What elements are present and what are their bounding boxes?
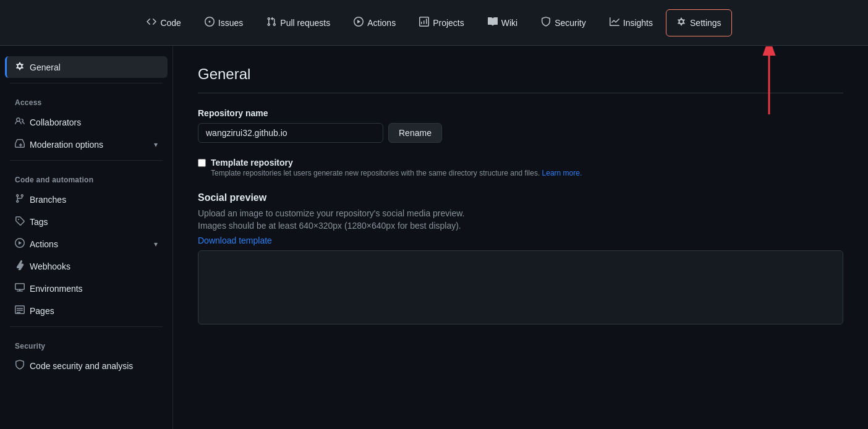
sidebar-item-actions[interactable]: Actions ▾	[5, 233, 168, 255]
sidebar-webhooks-label: Webhooks	[30, 261, 70, 271]
pages-icon	[15, 305, 25, 316]
sidebar-divider-2	[10, 160, 163, 161]
nav-settings-label: Settings	[690, 18, 721, 28]
page-title: General	[198, 66, 843, 93]
actions-sidebar-icon	[15, 238, 25, 250]
pull-requests-icon	[266, 17, 276, 28]
nav-projects[interactable]: Projects	[409, 9, 475, 36]
nav-settings[interactable]: Settings	[666, 9, 732, 36]
download-template-link[interactable]: Download template	[198, 236, 272, 245]
actions-chevron: ▾	[154, 240, 158, 248]
rename-button[interactable]: Rename	[388, 123, 442, 143]
nav-code-label: Code	[160, 18, 181, 28]
template-repo-text: Template repository Template repositorie…	[211, 158, 582, 177]
top-nav: Code Issues Pull requests Actions Projec…	[0, 0, 868, 46]
sidebar-divider-1	[10, 83, 163, 83]
wiki-icon	[488, 17, 498, 28]
moderation-chevron: ▾	[154, 140, 158, 149]
sidebar-actions-label: Actions	[30, 239, 58, 249]
sidebar-item-branches[interactable]: Branches	[5, 189, 168, 210]
nav-projects-label: Projects	[433, 18, 464, 28]
branches-icon	[15, 193, 25, 205]
code-security-icon	[15, 360, 25, 372]
template-repo-checkbox[interactable]	[198, 159, 206, 167]
sidebar-divider-3	[10, 326, 163, 327]
sidebar-collaborators-label: Collaborators	[30, 117, 81, 127]
template-repo-group: Template repository Template repositorie…	[198, 158, 843, 177]
sidebar-branches-label: Branches	[30, 195, 66, 205]
sidebar-item-general[interactable]: General	[5, 56, 168, 78]
learn-more-link[interactable]: Learn more.	[542, 169, 582, 177]
actions-sidebar-row: Actions ▾	[30, 239, 158, 249]
moderation-row: Moderation options ▾	[30, 140, 158, 150]
template-repo-row: Template repository Template repositorie…	[198, 158, 843, 177]
repo-name-group: Repository name Rename	[198, 108, 843, 143]
nav-security-label: Security	[555, 18, 586, 28]
issues-icon	[205, 17, 215, 28]
repo-name-input[interactable]	[198, 123, 383, 143]
main-layout: General Access Collaborators Moderation …	[0, 46, 868, 429]
social-preview-size: Images should be at least 640×320px (128…	[198, 221, 843, 231]
sidebar-tags-label: Tags	[30, 217, 48, 227]
sidebar-section-access: Access	[0, 88, 172, 111]
main-content: General Repository name Rename Template …	[173, 46, 868, 429]
sidebar-pages-label: Pages	[30, 306, 54, 316]
social-preview-box	[198, 250, 843, 325]
nav-actions[interactable]: Actions	[343, 9, 406, 36]
sidebar-item-collaborators[interactable]: Collaborators	[5, 111, 168, 133]
sidebar-item-webhooks[interactable]: Webhooks	[5, 255, 168, 277]
tags-icon	[15, 216, 25, 227]
social-preview-group: Social preview Upload an image to custom…	[198, 192, 843, 325]
social-preview-desc: Upload an image to customize your reposi…	[198, 208, 843, 218]
sidebar-general-label: General	[30, 62, 61, 72]
sidebar-moderation-label: Moderation options	[30, 140, 103, 150]
actions-icon	[354, 17, 364, 28]
nav-pull-requests-label: Pull requests	[280, 18, 330, 28]
moderation-icon	[15, 138, 25, 150]
sidebar-code-security-label: Code security and analysis	[30, 361, 133, 371]
sidebar-item-code-security[interactable]: Code security and analysis	[5, 355, 168, 376]
nav-issues-label: Issues	[218, 18, 243, 28]
nav-security[interactable]: Security	[530, 9, 597, 36]
nav-insights[interactable]: Insights	[599, 9, 663, 36]
security-icon	[541, 17, 551, 28]
nav-issues[interactable]: Issues	[194, 9, 253, 36]
repo-name-row: Rename	[198, 123, 843, 143]
template-repo-label[interactable]: Template repository	[211, 158, 293, 168]
webhooks-icon	[15, 260, 25, 272]
sidebar-section-security: Security	[0, 332, 172, 354]
settings-icon	[676, 17, 686, 28]
sidebar-section-code: Code and automation	[0, 166, 172, 188]
sidebar-item-pages[interactable]: Pages	[5, 300, 168, 321]
repo-name-label: Repository name	[198, 108, 843, 118]
sidebar: General Access Collaborators Moderation …	[0, 46, 173, 429]
environments-icon	[15, 282, 25, 294]
sidebar-environments-label: Environments	[30, 284, 83, 294]
template-repo-desc: Template repositories let users generate…	[211, 169, 582, 177]
code-icon	[147, 17, 156, 28]
nav-actions-label: Actions	[367, 18, 396, 28]
social-preview-title: Social preview	[198, 192, 843, 203]
collaborators-icon	[15, 116, 25, 128]
nav-pull-requests[interactable]: Pull requests	[256, 9, 341, 36]
nav-wiki-label: Wiki	[501, 18, 517, 28]
template-repo-desc-text: Template repositories let users generate…	[211, 169, 540, 177]
nav-insights-label: Insights	[623, 18, 653, 28]
nav-wiki[interactable]: Wiki	[477, 9, 528, 36]
sidebar-item-environments[interactable]: Environments	[5, 278, 168, 299]
sidebar-item-moderation[interactable]: Moderation options ▾	[5, 134, 168, 155]
projects-icon	[419, 17, 429, 28]
sidebar-item-tags[interactable]: Tags	[5, 211, 168, 232]
general-icon	[15, 61, 25, 73]
nav-code[interactable]: Code	[136, 9, 191, 36]
insights-icon	[610, 17, 619, 28]
